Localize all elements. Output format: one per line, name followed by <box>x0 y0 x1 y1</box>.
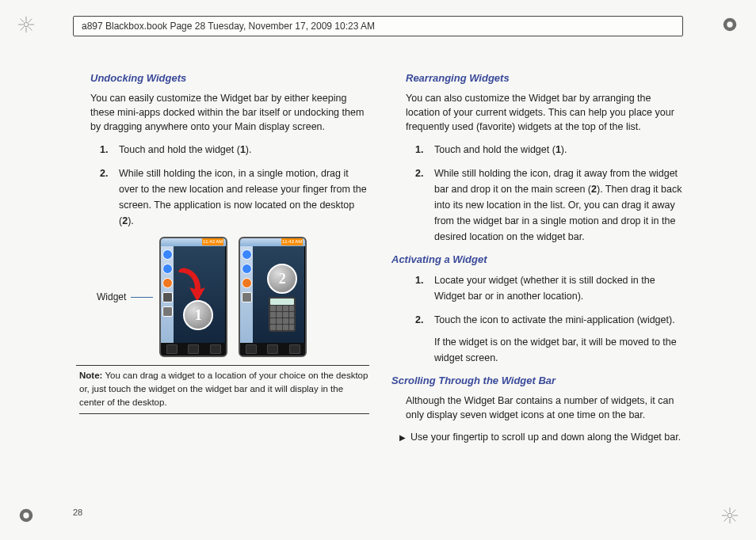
svg-point-10 <box>727 21 732 27</box>
svg-line-5 <box>21 19 25 23</box>
step-text: ). <box>561 144 567 155</box>
document-header: a897 Blackbox.book Page 28 Tuesday, Nove… <box>73 16 683 36</box>
widget-icon <box>162 249 173 260</box>
step-ref: 1 <box>240 144 246 155</box>
note-text: You can drag a widget to a location of y… <box>79 371 368 406</box>
svg-line-18 <box>724 510 728 514</box>
crop-mark-icon <box>17 507 35 524</box>
section-heading-rearranging: Rearranging Widgets <box>406 71 685 86</box>
step-number: 2. <box>415 165 423 181</box>
phone-status-bar: 11:42 AM <box>161 238 226 246</box>
svg-line-20 <box>724 518 728 522</box>
steps-list: 1. Locate your widget (whether it is sti… <box>415 272 685 366</box>
svg-line-8 <box>29 19 32 23</box>
svg-line-7 <box>21 27 25 31</box>
crop-mark-icon <box>721 507 739 524</box>
widget-icon <box>242 278 252 288</box>
step-item: 1. Locate your widget (whether it is sti… <box>415 272 685 304</box>
step-text: Touch and hold the widget ( <box>434 144 556 155</box>
paragraph: Although the Widget Bar contains a numbe… <box>406 394 685 422</box>
note-label: Note: <box>79 371 102 380</box>
widget-icon <box>162 292 173 302</box>
step-item: 1. Touch and hold the widget (1). <box>415 142 685 158</box>
phone-dock <box>161 343 226 356</box>
step-text: Touch and hold the widget ( <box>119 144 240 155</box>
status-time: 11:42 AM <box>202 238 223 245</box>
widget-bar-illustration <box>240 246 253 343</box>
note: Note: You can drag a widget to a locatio… <box>79 369 369 414</box>
phone-dock <box>240 343 305 356</box>
step-text: Locate your widget (whether it is still … <box>434 275 655 302</box>
widget-icon <box>162 264 173 274</box>
figure-phones: 11:42 AM 1 11:42 AM <box>159 237 307 357</box>
svg-line-21 <box>732 510 736 514</box>
crop-mark-icon <box>721 16 739 33</box>
svg-line-6 <box>29 27 32 31</box>
step-number: 1. <box>100 142 108 158</box>
paragraph: You can also customize the Widget bar by… <box>406 91 685 134</box>
widget-icon <box>242 264 252 274</box>
paragraph: You can easily customize the Widget bar … <box>90 91 369 134</box>
step-item: 2. Touch the icon to activate the mini-a… <box>415 312 685 366</box>
svg-point-13 <box>727 513 732 518</box>
widget-icon <box>242 292 252 302</box>
bullet-text: Use your fingertip to scroll up and down… <box>410 430 681 444</box>
figure: Widget 11:42 AM 1 11 <box>97 237 369 357</box>
bullet-item: ▶ Use your fingertip to scroll up and do… <box>399 430 685 444</box>
step-ref: 1 <box>556 144 561 155</box>
widget-bar-illustration <box>161 246 174 343</box>
callout-number: 2 <box>267 264 297 294</box>
figure-label: Widget <box>97 291 126 304</box>
svg-point-12 <box>23 512 29 518</box>
section-heading-scrolling: Scrolling Through the Widget Bar <box>391 374 685 389</box>
step-number: 1. <box>415 142 423 158</box>
step-text: ). <box>128 215 134 226</box>
steps-list: 1. Touch and hold the widget (1). 2. Whi… <box>415 142 685 245</box>
section-heading-activating: Activating a Widget <box>391 253 685 268</box>
step-number: 2. <box>415 312 423 328</box>
callout-number: 1 <box>183 300 213 330</box>
step-tail-text: If the widget is on the widget bar, it w… <box>434 337 677 363</box>
step-item: 1. Touch and hold the widget (1). <box>100 142 369 158</box>
step-item: 2. While still holding the icon, in a si… <box>100 165 369 229</box>
calculator-widget-icon <box>269 297 296 332</box>
page-content: Undocking Widgets You can easily customi… <box>76 70 685 497</box>
step-number: 1. <box>415 272 423 288</box>
triangle-bullet-icon: ▶ <box>399 432 406 444</box>
phone-illustration: 11:42 AM 1 <box>159 237 227 357</box>
step-text: ). <box>246 144 252 155</box>
drag-arrow-icon <box>174 265 208 305</box>
document-header-text: a897 Blackbox.book Page 28 Tuesday, Nove… <box>82 21 375 32</box>
svg-point-0 <box>24 22 29 27</box>
step-ref: 2 <box>591 184 597 195</box>
section-heading-undocking: Undocking Widgets <box>90 71 369 86</box>
widget-icon <box>242 249 252 260</box>
phone-illustration: 11:42 AM 2 <box>239 237 307 357</box>
steps-list: 1. Touch and hold the widget (1). 2. Whi… <box>100 142 369 229</box>
page-number: 28 <box>73 507 82 519</box>
step-text: Touch the icon to activate the mini-appl… <box>434 314 675 325</box>
figure-leader-line <box>131 297 153 298</box>
left-column: Undocking Widgets You can easily customi… <box>76 70 369 497</box>
rule <box>76 365 369 366</box>
widget-icon <box>162 306 173 317</box>
svg-line-19 <box>732 518 736 522</box>
phone-status-bar: 11:42 AM <box>240 238 305 246</box>
widget-icon <box>162 278 173 288</box>
step-text: While still holding the icon, in a singl… <box>119 168 367 226</box>
step-item: 2. While still holding the icon, drag it… <box>415 165 685 245</box>
crop-mark-icon <box>17 16 35 33</box>
right-column: Rearranging Widgets You can also customi… <box>391 70 685 497</box>
status-time: 11:42 AM <box>281 238 303 245</box>
step-number: 2. <box>100 165 108 181</box>
